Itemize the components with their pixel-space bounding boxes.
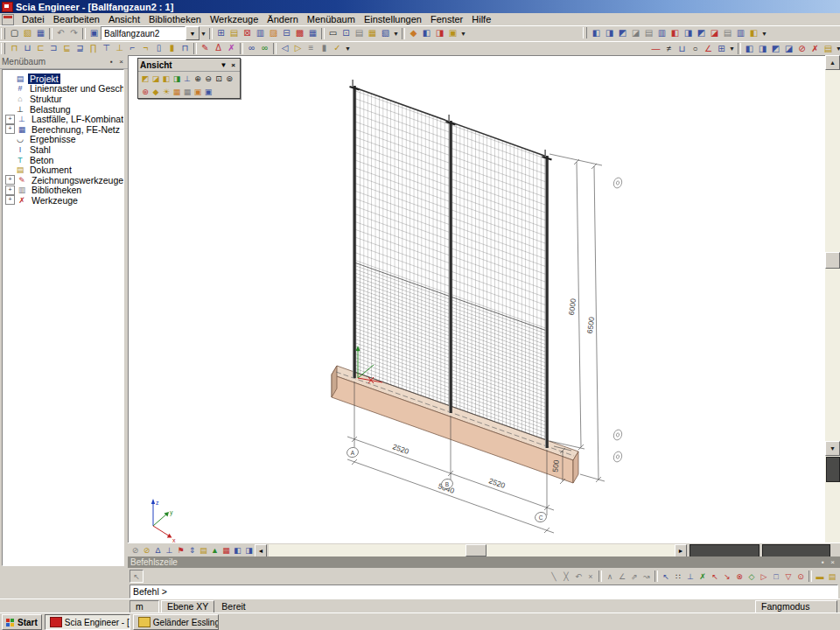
curve-tool-icon[interactable]: ∠ xyxy=(616,570,628,582)
activity-icon[interactable]: ▲ xyxy=(209,545,220,556)
window-icon[interactable]: ▣ xyxy=(88,27,101,39)
dropdown-arrow[interactable]: ▼ xyxy=(459,27,467,39)
render-icon[interactable]: ▦ xyxy=(182,86,192,97)
window-layout-icon[interactable]: ◧ xyxy=(590,27,603,39)
scroll-up-icon[interactable]: ▲ xyxy=(825,55,840,70)
selection-toolbar-icon[interactable]: ▮ xyxy=(318,42,331,54)
window-layout-icon[interactable]: ▤ xyxy=(642,27,655,39)
toolbar-grip[interactable] xyxy=(1,43,5,54)
snap-point-icon[interactable]: ⊗ xyxy=(733,570,746,582)
selection-toolbar-icon[interactable]: ✓ xyxy=(331,42,344,54)
document-icon[interactable] xyxy=(2,14,14,25)
command-panel-header[interactable]: Befehlszeile ▪ × xyxy=(128,556,840,568)
snap-point-icon[interactable]: ▷ xyxy=(758,570,770,582)
project-toolbar-icon[interactable]: ▦ xyxy=(306,27,319,39)
scroll-down-icon[interactable]: ▼ xyxy=(825,441,840,456)
menu-item[interactable]: Fenster xyxy=(426,13,467,25)
file-toolbar-icon[interactable]: ▦ xyxy=(34,27,47,39)
corner-icon[interactable]: ◨ xyxy=(756,43,769,55)
sidebar-item-werkzeuge[interactable]: +✗Werkzeuge xyxy=(3,195,123,206)
view-icon[interactable]: ◪ xyxy=(150,73,161,84)
draw-tool-icon[interactable]: × xyxy=(584,570,597,582)
window-layout-icon[interactable]: ◨ xyxy=(603,27,616,39)
print-toolbar-icon[interactable]: ⊡ xyxy=(340,27,353,39)
chevron-down-icon[interactable]: ▼ xyxy=(219,61,228,69)
snap-point-icon[interactable]: ↖ xyxy=(709,570,721,582)
geometry-icon[interactable]: ⊔ xyxy=(676,43,689,55)
sidebar-item-berechnung-fe-netz[interactable]: +▦Berechnung, FE-Netz xyxy=(3,124,123,135)
snap-point-icon[interactable]: ▽ xyxy=(782,570,794,582)
close-icon[interactable]: × xyxy=(116,57,126,66)
plane-button[interactable]: Ebene XY xyxy=(161,600,214,613)
grid-tool-icon[interactable]: ∷ xyxy=(672,570,684,582)
print-toolbar-icon[interactable]: ▧ xyxy=(379,27,392,39)
window-layout-icon[interactable]: ◩ xyxy=(695,27,708,39)
undo-redo-icon[interactable]: ↶ xyxy=(54,27,67,39)
vertical-scroll-thumb[interactable] xyxy=(825,252,840,269)
taskbar-task-folder[interactable]: Geländer Esslingen xyxy=(133,614,219,630)
member-toolbar-icon[interactable]: ⊔ xyxy=(21,42,34,54)
sidebar-item-bibliotheken[interactable]: +▥Bibliotheken xyxy=(3,186,123,196)
taskbar-task-scia[interactable]: Scia Engineer - [... xyxy=(45,614,130,630)
window-layout-icon[interactable]: ◨ xyxy=(682,27,695,39)
view-icon[interactable]: ◧ xyxy=(161,73,172,84)
tree-expander-icon[interactable]: + xyxy=(5,124,15,134)
render-icon[interactable]: ◆ xyxy=(150,86,161,97)
visibility-toolbar-icon[interactable]: ∞ xyxy=(258,42,271,54)
snap-point-icon[interactable]: ↘ xyxy=(721,570,733,582)
dropdown-arrow[interactable]: ▼ xyxy=(392,27,400,39)
activity-icon[interactable]: Δ xyxy=(152,545,164,556)
member-toolbar-icon[interactable]: ⊓ xyxy=(178,42,192,54)
grid-tool-icon[interactable]: ⊥ xyxy=(684,570,696,582)
dropdown-arrow[interactable]: ▼ xyxy=(835,43,840,55)
geometry-icon[interactable]: ⊞ xyxy=(715,43,728,55)
geometry-icon[interactable]: — xyxy=(649,43,662,55)
member-toolbar-icon[interactable]: ¬ xyxy=(139,42,152,54)
docked-slot-1[interactable] xyxy=(690,544,760,557)
activity-icon[interactable]: ⇕ xyxy=(186,545,198,556)
activity-icon[interactable]: ▤ xyxy=(198,545,209,556)
tools-toolbar-icon[interactable]: ◆ xyxy=(407,27,420,39)
render-icon[interactable]: ☀ xyxy=(161,86,172,97)
member-toolbar-icon[interactable]: ⊐ xyxy=(47,42,60,54)
cursor-mode-icon[interactable]: ↖ xyxy=(130,570,144,583)
view-icon[interactable]: ◩ xyxy=(140,73,150,84)
table-tool-icon[interactable]: ▬ xyxy=(814,570,826,582)
project-toolbar-icon[interactable]: ▥ xyxy=(254,27,267,39)
project-toolbar-icon[interactable]: ⊠ xyxy=(241,27,254,39)
corner-icon[interactable]: ◧ xyxy=(743,43,756,55)
tools-toolbar-icon[interactable]: ◨ xyxy=(433,27,446,39)
sidebar-item-lastf-lle-lf-kombinationen[interactable]: +⊥Lastfälle, LF-Kombinationen xyxy=(3,114,123,124)
sidebar-item-belastung[interactable]: ⊥Belastung xyxy=(3,104,123,115)
toolbar-collapse-icon[interactable]: ◄ xyxy=(255,544,267,557)
window-layout-icon[interactable]: ◧ xyxy=(668,27,682,39)
activity-icon[interactable]: ◧ xyxy=(232,545,243,556)
corner-icon[interactable]: ◩ xyxy=(769,43,782,55)
curve-tool-icon[interactable]: ↝ xyxy=(640,570,653,582)
project-toolbar-icon[interactable]: ⊟ xyxy=(280,27,293,39)
tree-expander-icon[interactable]: + xyxy=(5,175,15,185)
tree-expander-icon[interactable]: + xyxy=(5,115,15,124)
menu-item[interactable]: Hilfe xyxy=(467,13,495,25)
member-toolbar-icon[interactable]: ⌐ xyxy=(126,42,139,54)
file-toolbar-icon[interactable]: ▧ xyxy=(21,27,34,39)
activity-icon[interactable]: ⊘ xyxy=(130,545,141,556)
window-layout-icon[interactable]: ◪ xyxy=(708,27,721,39)
window-layout-icon[interactable]: ◧ xyxy=(747,27,760,39)
dropdown-arrow[interactable]: ▼ xyxy=(200,27,207,39)
activity-icon[interactable]: ◨ xyxy=(243,545,255,556)
clip-icon[interactable]: ▤ xyxy=(822,43,835,55)
activity-icon[interactable]: ⊥ xyxy=(164,545,175,556)
dropdown-arrow[interactable]: ▼ xyxy=(344,42,352,54)
drawing-canvas[interactable]: 6000 6500 500 2520 2520 5040 A B C xyxy=(128,55,826,543)
render-icon[interactable]: ▣ xyxy=(192,86,203,97)
selection-toolbar-icon[interactable]: ≡ xyxy=(304,42,318,54)
draw-tool-icon[interactable]: ↶ xyxy=(572,570,584,582)
print-toolbar-icon[interactable]: ▦ xyxy=(366,27,379,39)
vertical-scrollbar[interactable]: ▲ ▼ xyxy=(825,55,840,542)
sidebar-item-linienraster-und-geschosse[interactable]: #Linienraster und Geschosse xyxy=(3,84,123,94)
curve-tool-icon[interactable]: ∧ xyxy=(604,570,616,582)
menu-item[interactable]: Ändern xyxy=(262,13,302,25)
activity-icon[interactable]: ⊘ xyxy=(141,545,152,556)
modify-toolbar-icon[interactable]: ✎ xyxy=(199,42,212,54)
